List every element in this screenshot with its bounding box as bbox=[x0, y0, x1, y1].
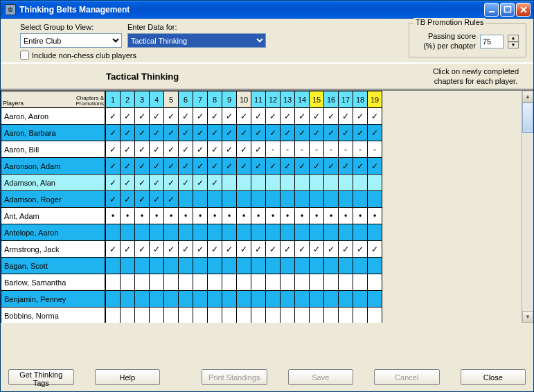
scroll-thumb[interactable] bbox=[522, 103, 533, 133]
chapter-cell[interactable] bbox=[150, 291, 164, 308]
chapter-cell[interactable]: • bbox=[222, 208, 237, 224]
chapter-cell[interactable] bbox=[310, 274, 324, 291]
chapter-cell[interactable]: ✓ bbox=[164, 108, 179, 125]
chapter-cell[interactable] bbox=[310, 191, 324, 208]
player-name-cell[interactable]: Bobbins, Norma bbox=[1, 308, 105, 323]
chapter-cell[interactable] bbox=[339, 308, 353, 323]
chapter-cell[interactable] bbox=[237, 274, 251, 291]
chapter-header-3[interactable]: 3 bbox=[135, 91, 150, 108]
chapter-cell[interactable] bbox=[193, 258, 208, 274]
chapter-cell[interactable]: ✓ bbox=[135, 241, 150, 258]
chapter-cell[interactable]: ✓ bbox=[281, 158, 295, 175]
chapter-header-9[interactable]: 9 bbox=[222, 91, 237, 108]
chapter-cell[interactable] bbox=[339, 274, 353, 291]
minimize-button[interactable] bbox=[484, 3, 499, 17]
chapter-cell[interactable]: ✓ bbox=[135, 175, 150, 191]
chapter-cell[interactable]: ✓ bbox=[121, 158, 135, 175]
chapter-cell[interactable]: ✓ bbox=[164, 125, 179, 141]
chapter-cell[interactable]: ✓ bbox=[251, 241, 266, 258]
chapter-cell[interactable]: ✓ bbox=[150, 158, 164, 175]
chapter-cell[interactable]: ✓ bbox=[193, 241, 208, 258]
chapter-cell[interactable] bbox=[237, 308, 251, 323]
chapter-cell[interactable] bbox=[193, 191, 208, 208]
chapter-cell[interactable]: ✓ bbox=[121, 175, 135, 191]
chapter-cell[interactable] bbox=[179, 274, 193, 291]
chapter-cell[interactable]: ✓ bbox=[295, 125, 310, 141]
chapter-header-5[interactable]: 5 bbox=[164, 91, 179, 108]
chapter-header-17[interactable]: 17 bbox=[339, 91, 353, 108]
chapter-cell[interactable]: ✓ bbox=[179, 175, 193, 191]
chapter-cell[interactable] bbox=[237, 191, 251, 208]
chapter-cell[interactable]: ✓ bbox=[310, 108, 324, 125]
chapter-cell[interactable]: ✓ bbox=[324, 158, 339, 175]
scroll-track[interactable] bbox=[522, 103, 533, 311]
passing-score-spin-up[interactable]: ▲ bbox=[508, 35, 519, 42]
chapter-cell[interactable]: ✓ bbox=[179, 108, 193, 125]
chapter-cell[interactable] bbox=[222, 291, 237, 308]
chapter-cell[interactable]: ✓ bbox=[135, 141, 150, 158]
chapter-cell[interactable]: ✓ bbox=[339, 125, 353, 141]
chapter-cell[interactable] bbox=[222, 258, 237, 274]
chapter-cell[interactable] bbox=[295, 224, 310, 241]
chapter-cell[interactable] bbox=[324, 274, 339, 291]
chapter-cell[interactable] bbox=[121, 308, 135, 323]
player-name-cell[interactable]: Aaron, Aaron bbox=[1, 108, 105, 125]
enter-data-dropdown[interactable]: Tactical Thinking bbox=[127, 33, 266, 48]
chapter-cell[interactable] bbox=[121, 258, 135, 274]
chapter-cell[interactable]: ✓ bbox=[193, 108, 208, 125]
chapter-cell[interactable]: ✓ bbox=[295, 108, 310, 125]
chapter-cell[interactable]: ✓ bbox=[179, 125, 193, 141]
chapter-cell[interactable] bbox=[164, 274, 179, 291]
chapter-cell[interactable] bbox=[310, 224, 324, 241]
chapter-cell[interactable]: ✓ bbox=[251, 108, 266, 125]
chapter-cell[interactable]: • bbox=[237, 208, 251, 224]
chapter-cell[interactable]: ✓ bbox=[237, 141, 251, 158]
chapter-cell[interactable] bbox=[179, 308, 193, 323]
chapter-cell[interactable] bbox=[295, 191, 310, 208]
chapter-cell[interactable]: ✓ bbox=[251, 125, 266, 141]
chapter-cell[interactable] bbox=[339, 175, 353, 191]
chapter-header-1[interactable]: 1 bbox=[106, 91, 121, 108]
chapter-cell[interactable]: ✓ bbox=[121, 191, 135, 208]
chapter-cell[interactable]: ✓ bbox=[222, 158, 237, 175]
chapter-cell[interactable]: ✓ bbox=[324, 125, 339, 141]
chapter-cell[interactable]: ✓ bbox=[310, 125, 324, 141]
chapter-cell[interactable] bbox=[251, 308, 266, 323]
chapter-cell[interactable]: ✓ bbox=[106, 108, 121, 125]
chapter-cell[interactable] bbox=[251, 258, 266, 274]
chapter-cell[interactable]: • bbox=[164, 208, 179, 224]
chapter-cell[interactable]: • bbox=[310, 208, 324, 224]
chapter-cell[interactable] bbox=[222, 274, 237, 291]
chapter-cell[interactable] bbox=[266, 274, 281, 291]
chapter-cell[interactable] bbox=[281, 274, 295, 291]
chapter-cell[interactable] bbox=[121, 291, 135, 308]
chapter-cell[interactable]: ✓ bbox=[251, 158, 266, 175]
chapter-cell[interactable]: • bbox=[150, 208, 164, 224]
chapter-cell[interactable]: ✓ bbox=[164, 158, 179, 175]
chapter-cell[interactable]: ✓ bbox=[222, 241, 237, 258]
chapter-cell[interactable]: ✓ bbox=[193, 125, 208, 141]
select-group-dropdown[interactable]: Entire Club bbox=[20, 33, 122, 48]
chapter-cell[interactable] bbox=[237, 224, 251, 241]
chapter-cell[interactable]: ✓ bbox=[164, 191, 179, 208]
chapter-cell[interactable]: ✓ bbox=[266, 158, 281, 175]
close-button[interactable]: Close bbox=[461, 369, 526, 385]
chapter-cell[interactable] bbox=[266, 191, 281, 208]
maximize-button[interactable] bbox=[500, 3, 515, 17]
chapter-cell[interactable] bbox=[208, 308, 222, 323]
chapter-cell[interactable]: ✓ bbox=[353, 108, 368, 125]
scroll-down-arrow[interactable]: ▼ bbox=[522, 311, 533, 323]
chapter-cell[interactable] bbox=[368, 258, 382, 274]
chapter-cell[interactable]: ✓ bbox=[164, 141, 179, 158]
chapter-cell[interactable]: • bbox=[208, 208, 222, 224]
chapter-cell[interactable] bbox=[353, 291, 368, 308]
chapter-header-15[interactable]: 15 bbox=[310, 91, 324, 108]
chapter-cell[interactable] bbox=[150, 258, 164, 274]
chapter-cell[interactable]: ✓ bbox=[237, 125, 251, 141]
chapter-cell[interactable] bbox=[164, 308, 179, 323]
chapter-header-4[interactable]: 4 bbox=[150, 91, 164, 108]
chapter-cell[interactable] bbox=[324, 258, 339, 274]
chapter-cell[interactable] bbox=[179, 258, 193, 274]
chapter-cell[interactable] bbox=[251, 175, 266, 191]
chapter-cell[interactable] bbox=[179, 191, 193, 208]
